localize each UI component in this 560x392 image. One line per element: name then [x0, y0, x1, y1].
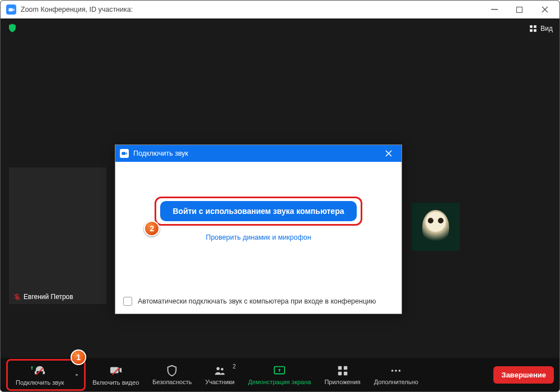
zoom-icon	[120, 149, 129, 158]
top-strip: Вид	[1, 18, 559, 39]
zoom-icon	[6, 4, 16, 15]
apps-button[interactable]: Приложения	[318, 362, 367, 388]
maximize-button[interactable]	[507, 1, 532, 18]
more-icon	[390, 365, 402, 377]
svg-rect-4	[530, 29, 533, 32]
headphones-icon	[34, 364, 46, 376]
people-icon	[214, 365, 226, 377]
svg-point-15	[399, 370, 401, 372]
svg-rect-11	[338, 371, 341, 375]
more-label: Дополнительно	[374, 379, 418, 385]
participant-name-bar: Евгений Петров	[9, 290, 78, 304]
more-button[interactable]: Дополнительно	[367, 362, 425, 388]
share-screen-icon	[273, 365, 286, 377]
annotation-marker-1: 1	[71, 349, 86, 365]
svg-rect-5	[534, 29, 536, 32]
video-label: Включить видео	[92, 379, 139, 386]
svg-point-6	[216, 367, 220, 370]
arrow-up-icon	[29, 365, 35, 371]
svg-rect-2	[530, 25, 533, 28]
close-button[interactable]	[532, 1, 557, 18]
remote-video-tile[interactable]	[412, 203, 460, 251]
security-label: Безопасность	[152, 379, 192, 385]
auto-connect-label: Автоматически подключать звук с компьюте…	[138, 297, 376, 305]
svg-rect-12	[343, 371, 347, 375]
auto-connect-checkbox[interactable]	[123, 297, 132, 306]
join-computer-audio-button[interactable]: Войти с использованием звука компьютера	[160, 201, 356, 221]
dialog-close-button[interactable]	[380, 145, 397, 162]
svg-rect-1	[517, 7, 522, 12]
join-audio-dialog: Подключить звук Войти с использованием з…	[115, 144, 402, 314]
camera-icon	[110, 364, 122, 376]
meeting-toolbar: Подключить звук 1 Включить видео Безопас…	[1, 358, 559, 391]
dialog-title: Подключить звук	[133, 150, 188, 157]
security-shield-icon[interactable]	[7, 23, 17, 35]
main-video-area: Евгений Петров Подключить звук Войти с и…	[1, 39, 559, 358]
muted-mic-icon	[13, 293, 21, 301]
end-meeting-button[interactable]: Завершение	[493, 366, 554, 384]
join-audio-toolbar-highlight: Подключить звук 1	[6, 359, 86, 391]
svg-point-7	[221, 367, 223, 370]
svg-point-14	[395, 370, 398, 372]
participants-button[interactable]: 2 Участники	[198, 362, 241, 388]
participants-count: 2	[232, 363, 236, 370]
audio-label: Подключить звук	[16, 379, 64, 386]
svg-rect-10	[343, 366, 347, 369]
minimize-button[interactable]	[482, 1, 507, 18]
dialog-footer: Автоматически подключать звук с компьюте…	[115, 296, 402, 314]
view-label: Вид	[540, 25, 553, 32]
app-window: Zoom Конференция, ID участника: Вид Евге…	[0, 0, 560, 392]
start-video-button[interactable]: Включить видео	[86, 362, 146, 388]
apps-label: Приложения	[324, 379, 360, 385]
owl-avatar	[422, 210, 449, 244]
apps-icon	[337, 365, 349, 377]
audio-options-chevron[interactable]	[71, 370, 83, 380]
self-video-tile[interactable]: Евгений Петров	[9, 167, 106, 304]
dialog-header: Подключить звук	[115, 145, 402, 162]
window-title: Zoom Конференция, ID участника:	[21, 6, 133, 13]
svg-rect-3	[534, 25, 536, 28]
svg-point-13	[391, 370, 394, 372]
participant-name: Евгений Петров	[24, 293, 73, 301]
svg-rect-0	[491, 9, 498, 10]
svg-rect-9	[338, 366, 341, 369]
share-label: Демонстрация экрана	[248, 379, 311, 385]
test-speaker-mic-link[interactable]: Проверить динамик и микрофон	[127, 234, 390, 241]
join-audio-highlight: Войти с использованием звука компьютера …	[155, 197, 362, 226]
participants-label: Участники	[205, 379, 235, 385]
join-audio-button[interactable]: Подключить звук	[9, 362, 71, 388]
security-button[interactable]: Безопасность	[146, 362, 198, 388]
dialog-body: Войти с использованием звука компьютера …	[115, 162, 402, 296]
share-screen-button[interactable]: Демонстрация экрана	[241, 362, 318, 388]
shield-icon	[166, 365, 178, 377]
view-button[interactable]: Вид	[529, 25, 553, 32]
titlebar: Zoom Конференция, ID участника:	[1, 1, 559, 18]
